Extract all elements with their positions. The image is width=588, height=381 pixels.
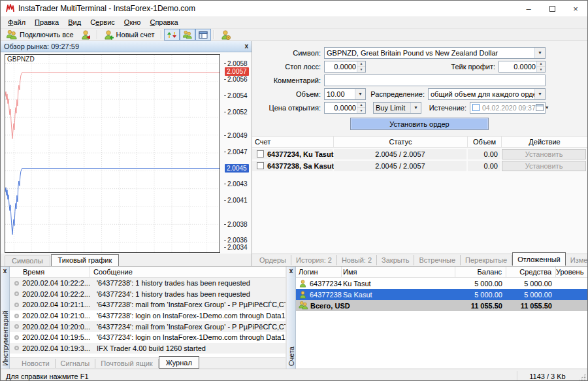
equity-cell: 5 000.00: [506, 280, 556, 288]
menu-item[interactable]: Правка: [30, 17, 63, 27]
maximize-button[interactable]: [540, 1, 564, 16]
market-watch-title: Обзор рынка: 09:27:59: [4, 42, 79, 50]
terminal-close-icon[interactable]: x: [3, 268, 7, 274]
take-profit-label: Тейк профит:: [451, 63, 498, 71]
volume-select[interactable]: 10.00 ▼: [324, 88, 366, 100]
journal-row[interactable]: 2020.02.04 10:22:2... '64377234': 1 hist…: [10, 289, 286, 300]
expiry-checkbox[interactable]: [472, 104, 480, 111]
order-table-rows: 64377234, Ku Tasut 2.0045 / 2.0057 0.00 …: [252, 148, 587, 171]
close-button[interactable]: ×: [564, 1, 587, 16]
open-price-input[interactable]: [325, 103, 357, 112]
title-bar: InstaTrader MultiTerminal - InstaForex-1…: [1, 1, 587, 16]
accounts-icon: [183, 31, 192, 39]
total-equity-cell: 11 055.50: [506, 302, 556, 310]
expiry-datetime-picker[interactable]: 04.02.2020 09:37 ▼: [470, 102, 546, 114]
column-header-equity[interactable]: Средства: [506, 267, 556, 277]
journal-row[interactable]: 2020.02.04 10:19:3... IFX Trader 4.00 bu…: [10, 343, 286, 354]
column-header-account[interactable]: Счет: [252, 137, 334, 147]
toolbar-separator: [161, 30, 161, 39]
menu-item[interactable]: Окно: [120, 17, 146, 27]
stop-loss-stepper[interactable]: ▲▼: [324, 61, 366, 73]
market-watch-toggle-button[interactable]: [164, 29, 180, 41]
axis-price-label: 2.0043: [227, 180, 248, 188]
set-order-button[interactable]: Установить: [502, 149, 586, 159]
take-profit-input[interactable]: [499, 62, 536, 71]
order-mode-tab[interactable]: Перекрытые: [461, 255, 512, 265]
login-cell: 64377234: [310, 280, 342, 288]
column-header-login[interactable]: Логин: [296, 267, 342, 277]
menu-item[interactable]: Справка: [145, 17, 182, 27]
market-watch-tab[interactable]: Символы: [5, 256, 50, 266]
toolbar: Подключить все Новый счет: [1, 29, 587, 41]
order-mode-tab[interactable]: Встречные: [414, 255, 461, 265]
account-settings-button[interactable]: [217, 29, 234, 41]
terminal-tab[interactable]: Почтовый ящик: [95, 359, 158, 368]
spinner-arrows-icon[interactable]: ▲▼: [536, 61, 545, 72]
connect-all-button[interactable]: Подключить все: [3, 29, 77, 41]
account-checkbox[interactable]: [257, 150, 264, 157]
journal-row[interactable]: 2020.02.04 10:19:5... '64377234': login …: [10, 332, 286, 343]
journal-row[interactable]: 2020.02.04 10:22:2... '64377238': 1 hist…: [10, 278, 286, 289]
menu-item[interactable]: Файл: [3, 17, 30, 27]
axis-price-label: 2.0041: [227, 196, 248, 205]
column-header-status[interactable]: Статус: [334, 137, 468, 147]
open-price-stepper[interactable]: ▲▼: [324, 102, 366, 114]
accounts-toggle-button[interactable]: [180, 29, 195, 41]
order-panel: Символ: GBPNZD, Great Britain Pound vs N…: [252, 41, 587, 266]
order-mode-tab[interactable]: Закрыть: [377, 255, 414, 265]
stop-loss-input[interactable]: [325, 62, 357, 71]
spinner-arrows-icon[interactable]: ▲▼: [357, 61, 365, 72]
market-watch-close-icon[interactable]: x: [244, 43, 248, 50]
set-order-button[interactable]: Установить: [502, 161, 586, 171]
price-axis: 2.0058 2.0057 2.0056 2.0054 2.0052 2.004…: [221, 54, 252, 254]
resize-grip[interactable]: [578, 373, 586, 381]
column-header-message[interactable]: Сообщение: [90, 267, 286, 277]
take-profit-stepper[interactable]: ▲▼: [498, 61, 546, 73]
place-order-button[interactable]: Установить ордер: [350, 118, 489, 130]
bottom-area: x Инструментарий Время Сообщение 2020.02…: [1, 266, 587, 369]
new-account-button[interactable]: Новый счет: [100, 29, 158, 41]
disconnect-all-button[interactable]: [77, 29, 94, 41]
journal-header: Время Сообщение: [10, 267, 286, 278]
volume-label: Объем:: [255, 90, 324, 98]
account-row[interactable]: 64377238 Sa Kasut 5 000.00 5 000.00: [296, 289, 587, 300]
login-cell: 64377238: [310, 291, 342, 299]
menu-item[interactable]: Вид: [63, 17, 86, 27]
terminal-tab[interactable]: Новости: [16, 359, 56, 368]
accounts-close-icon[interactable]: x: [289, 268, 293, 274]
order-mode-tab[interactable]: Ордеры: [255, 255, 291, 265]
distribution-select[interactable]: общий объем для каждого ордера ▼: [428, 88, 546, 100]
column-header-level[interactable]: Уровень: [556, 267, 587, 277]
order-mode-tab[interactable]: Новый: 2: [337, 255, 377, 265]
comment-fieldbox: [324, 75, 546, 86]
journal-row[interactable]: 2020.02.04 10:20:0... '64377234': mail f…: [10, 321, 286, 332]
column-header-time[interactable]: Время: [10, 267, 90, 277]
order-type-select[interactable]: Buy Limit ▼: [373, 102, 421, 114]
market-watch-tab[interactable]: Тиковый график: [51, 254, 120, 266]
log-time: 2020.02.04 10:20:0...: [22, 323, 90, 331]
column-header-action[interactable]: Действие: [502, 137, 587, 147]
order-mode-tab[interactable]: Изменить: [566, 255, 588, 265]
order-mode-tab[interactable]: Отложенный: [512, 252, 566, 266]
account-row[interactable]: 64377234 Ku Tasut 5 000.00 5 000.00: [296, 278, 587, 289]
menu-item[interactable]: Сервис: [86, 17, 120, 27]
column-header-name[interactable]: Имя: [342, 267, 455, 277]
spinner-arrows-icon[interactable]: ▲▼: [357, 103, 365, 113]
journal-row[interactable]: 2020.02.04 10:21:1... '64377238': mail f…: [10, 299, 286, 310]
column-header-balance[interactable]: Баланс: [455, 267, 506, 277]
terminal-toggle-button[interactable]: [195, 29, 211, 41]
axis-price-label: 2.0054: [227, 91, 248, 100]
symbol-select[interactable]: GBPNZD, Great Britain Pound vs New Zeala…: [324, 47, 546, 59]
terminal-tab[interactable]: Журнал: [159, 356, 199, 369]
chevron-down-icon: ▼: [410, 103, 421, 113]
main-area: Обзор рынка: 09:27:59 x GBPNZD 2.0058 2.…: [1, 41, 587, 266]
terminal-side-label: Инструментарий: [1, 310, 9, 366]
comment-input[interactable]: [325, 76, 545, 85]
app-logo-icon: [5, 3, 15, 14]
minimize-button[interactable]: –: [517, 1, 540, 16]
journal-row[interactable]: 2020.02.04 10:21:0... '64377238': login …: [10, 310, 286, 322]
column-header-volume[interactable]: Объем: [468, 137, 502, 147]
order-mode-tab[interactable]: История: 2: [291, 255, 337, 265]
account-checkbox[interactable]: [257, 162, 264, 169]
terminal-tab[interactable]: Сигналы: [56, 359, 96, 368]
